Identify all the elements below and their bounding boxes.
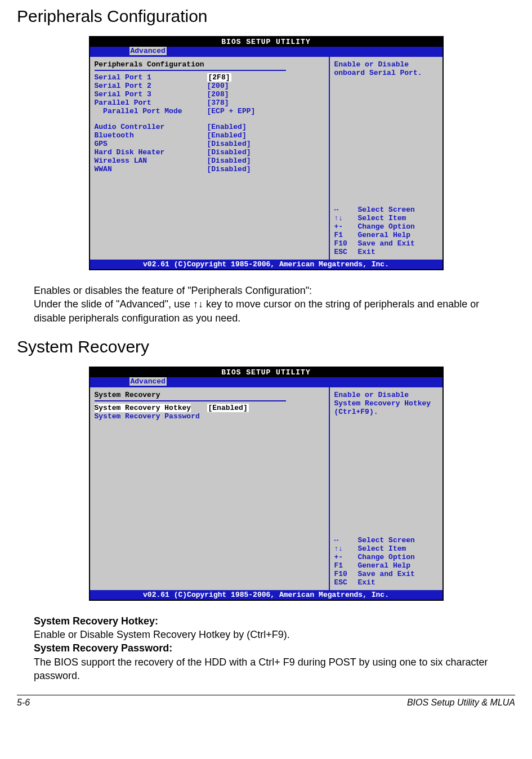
page-number: 5-6 bbox=[17, 698, 30, 708]
key-desc: Exit bbox=[358, 578, 375, 587]
divider bbox=[95, 400, 286, 401]
setting-label: System Recovery Hotkey bbox=[95, 404, 207, 412]
key-desc: Select Screen bbox=[358, 206, 415, 214]
bios-setting-row: Hard Disk Heater [Disabled] bbox=[95, 148, 324, 157]
bios-setting-row: Parallel Port Mode [ECP + EPP] bbox=[95, 107, 324, 115]
setting-value: [200] bbox=[207, 82, 229, 90]
setting-value: [Disabled] bbox=[207, 157, 251, 165]
key-desc: Select Item bbox=[358, 544, 406, 553]
bios-tabbar: Advanced bbox=[90, 377, 442, 387]
bios-setting-row: Serial Port 3 [208] bbox=[95, 90, 324, 99]
key-desc: Exit bbox=[358, 248, 375, 256]
key-hint: F10Save and Exit bbox=[334, 239, 438, 248]
key-desc: General Help bbox=[358, 231, 411, 239]
setting-value: [Enabled] bbox=[207, 404, 249, 412]
bios-side-panel: Enable or Disable System Recovery Hotkey… bbox=[330, 387, 442, 590]
bios-setting-row: Wireless LAN [Disabled] bbox=[95, 157, 324, 165]
bios-help-text: Enable or Disable onboard Serial Port. bbox=[334, 60, 438, 111]
key-name: F10 bbox=[334, 239, 358, 248]
key-hint: ↔Select Screen bbox=[334, 206, 438, 214]
key-hint: F1General Help bbox=[334, 231, 438, 239]
key-name: +- bbox=[334, 222, 358, 231]
bios-main-panel: Peripherals Configuration Serial Port 1 … bbox=[90, 57, 330, 260]
setting-label: Bluetooth bbox=[95, 131, 207, 140]
page-footer: 5-6 BIOS Setup Utility & MLUA bbox=[17, 695, 515, 708]
setting-value: [Enabled] bbox=[207, 123, 247, 131]
bios-tabbar: Advanced bbox=[90, 47, 442, 57]
key-name: ESC bbox=[334, 248, 358, 256]
bios-copyright: v02.61 (C)Copyright 1985-2006, American … bbox=[90, 590, 442, 600]
setting-value: [378] bbox=[207, 99, 229, 107]
setting-value: [Disabled] bbox=[207, 165, 251, 173]
setting-label: Serial Port 3 bbox=[95, 90, 207, 99]
setting-value: [Disabled] bbox=[207, 148, 251, 157]
bios-screenshot-recovery: BIOS SETUP UTILITY Advanced System Recov… bbox=[89, 367, 444, 601]
bios-main-panel: System Recovery System Recovery Hotkey[E… bbox=[90, 387, 330, 590]
bios-setting-row: System Recovery Password bbox=[95, 412, 324, 421]
bios-panel-title: Peripherals Configuration bbox=[95, 60, 324, 69]
setting-label: System Recovery Password bbox=[95, 412, 207, 421]
setting-label: Hard Disk Heater bbox=[95, 148, 207, 157]
key-name: ↑↓ bbox=[334, 544, 358, 553]
bios-title: BIOS SETUP UTILITY bbox=[90, 368, 442, 377]
key-hint: +-Change Option bbox=[334, 553, 438, 561]
key-desc: Save and Exit bbox=[358, 239, 415, 248]
setting-value: [208] bbox=[207, 90, 229, 99]
bios-screenshot-peripherals: BIOS SETUP UTILITY Advanced Peripherals … bbox=[89, 36, 444, 270]
key-name: ↔ bbox=[334, 536, 358, 544]
setting-value: [ECP + EPP] bbox=[207, 107, 256, 115]
key-name: ↔ bbox=[334, 206, 358, 214]
setting-label: WWAN bbox=[95, 165, 207, 173]
heading-peripherals: Peripherals Configuration bbox=[17, 7, 515, 26]
bios-setting-row: Bluetooth [Enabled] bbox=[95, 131, 324, 140]
bios-setting-row: Serial Port 2 [200] bbox=[95, 82, 324, 90]
key-desc: Change Option bbox=[358, 222, 415, 231]
bios-copyright: v02.61 (C)Copyright 1985-2006, American … bbox=[90, 260, 442, 269]
key-name: F10 bbox=[334, 570, 358, 578]
heading-system-recovery: System Recovery bbox=[17, 337, 515, 356]
key-hint: ESCExit bbox=[334, 578, 438, 587]
setting-value: [Enabled] bbox=[207, 131, 247, 140]
key-hint: ESCExit bbox=[334, 248, 438, 256]
bios-tab-advanced: Advanced bbox=[129, 47, 167, 55]
recovery-description: System Recovery Hotkey: Enable or Disabl… bbox=[34, 614, 498, 682]
bios-setting-row: WWAN [Disabled] bbox=[95, 165, 324, 173]
bios-side-panel: Enable or Disable onboard Serial Port. ↔… bbox=[330, 57, 442, 260]
bios-setting-row: Serial Port 1 [2F8] bbox=[95, 73, 324, 82]
bios-tab-advanced: Advanced bbox=[129, 377, 167, 386]
footer-title: BIOS Setup Utility & MLUA bbox=[407, 698, 515, 708]
key-desc: Select Item bbox=[358, 214, 406, 222]
setting-label: Parallel Port Mode bbox=[95, 107, 207, 115]
key-desc: Change Option bbox=[358, 553, 415, 561]
setting-value: [Disabled] bbox=[207, 140, 251, 148]
setting-label: GPS bbox=[95, 140, 207, 148]
bios-panel-title: System Recovery bbox=[95, 391, 324, 399]
setting-label: Wireless LAN bbox=[95, 157, 207, 165]
key-hint: F1General Help bbox=[334, 561, 438, 570]
key-name: F1 bbox=[334, 561, 358, 570]
bios-setting-row: Parallel Port [378] bbox=[95, 99, 324, 107]
bios-key-legend: ↔Select Screen↑↓Select Item+-Change Opti… bbox=[334, 536, 438, 587]
key-hint: +-Change Option bbox=[334, 222, 438, 231]
bios-key-legend: ↔Select Screen↑↓Select Item+-Change Opti… bbox=[334, 206, 438, 256]
key-desc: General Help bbox=[358, 561, 411, 570]
updown-arrow-icon: ↑↓ bbox=[193, 298, 203, 310]
key-hint: ↑↓Select Item bbox=[334, 214, 438, 222]
key-name: ESC bbox=[334, 578, 358, 587]
setting-label: Audio Controller bbox=[95, 123, 207, 131]
setting-label: Parallel Port bbox=[95, 99, 207, 107]
bios-title: BIOS SETUP UTILITY bbox=[90, 37, 442, 47]
key-desc: Save and Exit bbox=[358, 570, 415, 578]
bios-help-text: Enable or Disable System Recovery Hotkey… bbox=[334, 391, 438, 441]
setting-label: Serial Port 2 bbox=[95, 82, 207, 90]
key-hint: F10Save and Exit bbox=[334, 570, 438, 578]
key-hint: ↑↓Select Item bbox=[334, 544, 438, 553]
setting-label: Serial Port 1 bbox=[95, 73, 207, 82]
bios-setting-row: GPS [Disabled] bbox=[95, 140, 324, 148]
setting-value: [2F8] bbox=[207, 73, 231, 82]
key-desc: Select Screen bbox=[358, 536, 415, 544]
key-name: +- bbox=[334, 553, 358, 561]
peripherals-description: Enables or disables the feature of "Peri… bbox=[34, 284, 498, 325]
key-name: F1 bbox=[334, 231, 358, 239]
bios-setting-row: System Recovery Hotkey[Enabled] bbox=[95, 404, 324, 412]
